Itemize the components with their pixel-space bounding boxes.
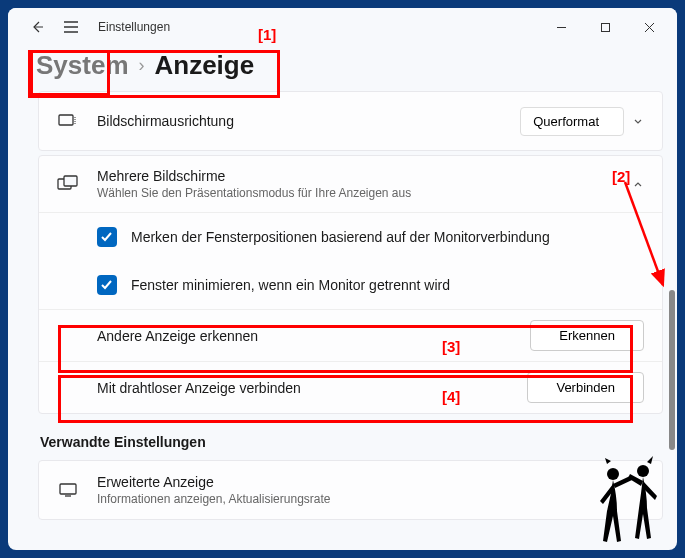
orientation-card[interactable]: Bildschirmausrichtung Querformat bbox=[38, 91, 663, 151]
chevron-down-icon bbox=[632, 115, 644, 127]
connect-button[interactable]: Verbinden bbox=[527, 372, 644, 403]
hamburger-icon bbox=[63, 21, 79, 33]
breadcrumb: System › Anzeige bbox=[8, 46, 677, 91]
chevron-up-icon bbox=[632, 178, 644, 190]
checkbox-checked-icon[interactable] bbox=[97, 227, 117, 247]
advanced-subtitle: Informationen anzeigen, Aktualisierungsr… bbox=[97, 492, 644, 506]
window-controls bbox=[539, 10, 671, 44]
settings-window: Einstellungen System › Anzeige Bildschir… bbox=[8, 8, 677, 550]
detect-display-row: Andere Anzeige erkennen Erkennen bbox=[39, 309, 662, 361]
maximize-button[interactable] bbox=[583, 10, 627, 44]
wireless-label: Mit drahtloser Anzeige verbinden bbox=[97, 380, 527, 396]
detect-button[interactable]: Erkennen bbox=[530, 320, 644, 351]
minimize-button[interactable] bbox=[539, 10, 583, 44]
wireless-display-row: Mit drahtloser Anzeige verbinden Verbind… bbox=[39, 361, 662, 413]
advanced-display-card[interactable]: Erweiterte Anzeige Informationen anzeige… bbox=[38, 460, 663, 520]
svg-rect-0 bbox=[601, 23, 609, 31]
multi-title: Mehrere Bildschirme bbox=[97, 168, 632, 184]
window-title: Einstellungen bbox=[98, 20, 170, 34]
detect-label: Andere Anzeige erkennen bbox=[97, 328, 530, 344]
svg-rect-3 bbox=[64, 176, 77, 186]
advanced-title: Erweiterte Anzeige bbox=[97, 474, 644, 490]
titlebar: Einstellungen bbox=[8, 8, 677, 46]
menu-button[interactable] bbox=[54, 10, 88, 44]
back-button[interactable] bbox=[20, 10, 54, 44]
orientation-icon bbox=[57, 110, 79, 132]
related-settings-heading: Verwandte Einstellungen bbox=[40, 434, 663, 450]
displays-icon bbox=[57, 173, 79, 195]
svg-rect-4 bbox=[60, 484, 76, 494]
remember-positions-row[interactable]: Merken der Fensterpositionen basierend a… bbox=[39, 213, 662, 261]
multiple-displays-section: Mehrere Bildschirme Wählen Sie den Präse… bbox=[38, 155, 663, 414]
orientation-select[interactable]: Querformat bbox=[520, 107, 624, 136]
minimize-disconnect-row[interactable]: Fenster minimieren, wenn ein Monitor get… bbox=[39, 261, 662, 309]
content-area: Bildschirmausrichtung Querformat Mehrere… bbox=[8, 91, 677, 550]
checkbox-checked-icon[interactable] bbox=[97, 275, 117, 295]
monitor-icon bbox=[57, 479, 79, 501]
scrollbar-thumb[interactable] bbox=[669, 290, 675, 450]
multiple-displays-header[interactable]: Mehrere Bildschirme Wählen Sie den Präse… bbox=[39, 156, 662, 212]
chevron-right-icon: › bbox=[139, 55, 145, 76]
breadcrumb-parent[interactable]: System bbox=[36, 50, 129, 81]
orientation-label: Bildschirmausrichtung bbox=[97, 113, 520, 129]
close-button[interactable] bbox=[627, 10, 671, 44]
multi-subtitle: Wählen Sie den Präsentationsmodus für Ih… bbox=[97, 186, 632, 200]
arrow-left-icon bbox=[29, 19, 45, 35]
svg-rect-1 bbox=[59, 115, 73, 125]
breadcrumb-current: Anzeige bbox=[155, 50, 255, 81]
